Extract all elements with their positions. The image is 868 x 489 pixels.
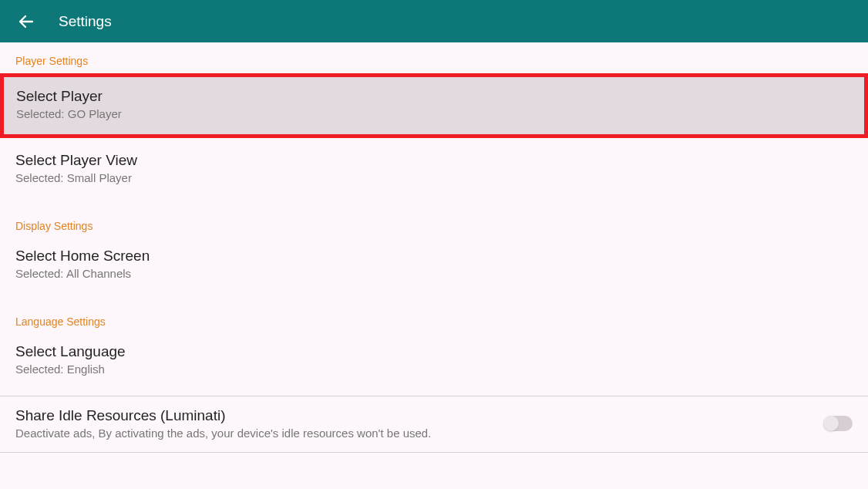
- setting-title: Select Player View: [15, 152, 137, 169]
- setting-select-home-screen[interactable]: Select Home Screen Selected: All Channel…: [0, 238, 868, 291]
- setting-title: Select Language: [15, 343, 126, 360]
- section-language-settings: Language Settings: [0, 308, 868, 334]
- setting-title: Select Player: [16, 88, 122, 105]
- setting-share-idle-resources[interactable]: Share Idle Resources (Luminati) Deactiva…: [0, 396, 868, 452]
- setting-subtitle: Selected: GO Player: [16, 107, 122, 120]
- settings-list: Player Settings Select Player Selected: …: [0, 42, 868, 453]
- setting-select-player[interactable]: Select Player Selected: GO Player: [0, 73, 868, 138]
- setting-title: Select Home Screen: [15, 248, 150, 265]
- app-bar: Settings: [0, 0, 868, 42]
- section-player-settings: Player Settings: [0, 42, 868, 73]
- setting-subtitle: Selected: English: [15, 363, 126, 376]
- setting-select-language[interactable]: Select Language Selected: English: [0, 334, 868, 386]
- section-display-settings: Display Settings: [0, 212, 868, 238]
- setting-subtitle: Selected: Small Player: [15, 171, 137, 184]
- share-idle-toggle[interactable]: [823, 416, 853, 431]
- toggle-knob-icon: [823, 416, 839, 431]
- setting-select-player-view[interactable]: Select Player View Selected: Small Playe…: [0, 138, 868, 195]
- setting-subtitle: Selected: All Channels: [15, 267, 150, 280]
- setting-subtitle: Deactivate ads, By activating the ads, y…: [15, 427, 431, 440]
- setting-title: Share Idle Resources (Luminati): [15, 407, 431, 424]
- page-title: Settings: [59, 13, 112, 30]
- back-arrow-icon[interactable]: [15, 11, 37, 32]
